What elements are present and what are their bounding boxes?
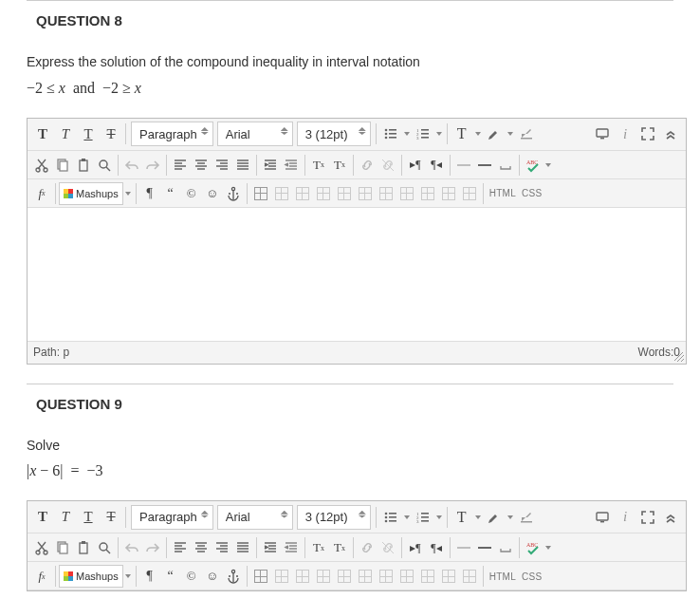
strike-button[interactable]: T bbox=[100, 122, 122, 146]
italic-button[interactable]: T bbox=[54, 505, 77, 530]
bullet-list-dropdown[interactable] bbox=[402, 132, 412, 136]
cut-button[interactable] bbox=[31, 536, 52, 559]
css-button[interactable]: CSS bbox=[519, 565, 544, 588]
paste-button[interactable] bbox=[73, 154, 94, 177]
mashups-dropdown[interactable] bbox=[123, 192, 133, 196]
underline-button[interactable]: T bbox=[77, 122, 100, 146]
html-button[interactable]: HTML bbox=[487, 182, 519, 205]
align-justify-button[interactable] bbox=[232, 154, 253, 177]
font-family-select[interactable]: Arial bbox=[217, 505, 293, 530]
link-button[interactable] bbox=[357, 154, 378, 177]
insert-col-left-button[interactable] bbox=[376, 565, 396, 588]
text-color-dropdown[interactable] bbox=[473, 515, 483, 519]
split-cells-button[interactable] bbox=[459, 182, 480, 205]
bullet-list-button[interactable] bbox=[379, 122, 402, 146]
align-right-button[interactable] bbox=[212, 154, 232, 177]
number-list-button[interactable]: 123 bbox=[412, 122, 434, 146]
spellcheck-dropdown[interactable] bbox=[543, 163, 553, 167]
highlight-dropdown[interactable] bbox=[506, 132, 515, 136]
ltr-button[interactable]: ▸¶ bbox=[405, 154, 426, 177]
strike-button[interactable]: T bbox=[100, 505, 122, 530]
insert-row-above-button[interactable] bbox=[313, 182, 334, 205]
collapse-toolbar-button[interactable] bbox=[659, 505, 682, 530]
italic-button[interactable]: T bbox=[54, 122, 77, 146]
insert-col-right-button[interactable] bbox=[396, 182, 417, 205]
split-cells-button[interactable] bbox=[459, 565, 480, 588]
mashups-button[interactable]: Mashups bbox=[59, 565, 123, 588]
collapse-toolbar-button[interactable] bbox=[659, 122, 682, 146]
undo-button[interactable] bbox=[121, 154, 142, 177]
indent-button[interactable] bbox=[260, 154, 281, 177]
spellcheck-button[interactable]: ABC bbox=[523, 536, 543, 559]
delete-row-button[interactable] bbox=[355, 182, 376, 205]
merge-cells-button[interactable] bbox=[438, 565, 459, 588]
bullet-list-dropdown[interactable] bbox=[402, 515, 412, 519]
formula-button[interactable]: fx bbox=[31, 182, 52, 205]
font-size-select[interactable]: 3 (12pt) bbox=[297, 122, 371, 146]
number-list-dropdown[interactable] bbox=[434, 132, 444, 136]
merge-cells-button[interactable] bbox=[438, 182, 459, 205]
insert-col-left-button[interactable] bbox=[376, 182, 396, 205]
superscript-button[interactable]: Tx bbox=[308, 154, 329, 177]
redo-button[interactable] bbox=[142, 536, 163, 559]
subscript-button[interactable]: Tx bbox=[329, 536, 350, 559]
superscript-button[interactable]: Tx bbox=[308, 536, 329, 559]
link-button[interactable] bbox=[357, 536, 378, 559]
paste-button[interactable] bbox=[73, 536, 94, 559]
redo-button[interactable] bbox=[142, 154, 163, 177]
delete-col-button[interactable] bbox=[417, 565, 438, 588]
undo-button[interactable] bbox=[121, 536, 142, 559]
find-button[interactable] bbox=[94, 536, 115, 559]
outdent-button[interactable] bbox=[281, 154, 302, 177]
spellcheck-dropdown[interactable] bbox=[543, 546, 553, 550]
insert-col-right-button[interactable] bbox=[396, 565, 417, 588]
delete-col-button[interactable] bbox=[417, 182, 438, 205]
editor-content[interactable] bbox=[28, 208, 686, 341]
cut-button[interactable] bbox=[31, 154, 52, 177]
align-left-button[interactable] bbox=[170, 536, 191, 559]
emoji-button[interactable]: ☺ bbox=[202, 182, 223, 205]
clear-format-button[interactable] bbox=[515, 122, 538, 146]
bold-button[interactable]: T bbox=[31, 505, 54, 530]
hr-thin-icon[interactable] bbox=[453, 154, 474, 177]
preview-button[interactable] bbox=[591, 122, 614, 146]
anchor-button[interactable] bbox=[223, 182, 244, 205]
highlight-button[interactable] bbox=[483, 122, 506, 146]
css-button[interactable]: CSS bbox=[519, 182, 544, 205]
delete-row-button[interactable] bbox=[355, 565, 376, 588]
align-right-button[interactable] bbox=[212, 536, 232, 559]
subscript-button[interactable]: Tx bbox=[329, 154, 350, 177]
hr-thin-icon[interactable] bbox=[453, 536, 474, 559]
symbol-copyright-button[interactable]: © bbox=[181, 182, 202, 205]
font-size-select[interactable]: 3 (12pt) bbox=[297, 505, 371, 530]
paragraph-select[interactable]: Paragraph bbox=[131, 505, 213, 530]
blockquote-button[interactable]: “ bbox=[160, 182, 181, 205]
symbol-copyright-button[interactable]: © bbox=[181, 565, 202, 588]
spellcheck-button[interactable]: ABC bbox=[523, 154, 543, 177]
number-list-dropdown[interactable] bbox=[434, 515, 444, 519]
fullscreen-button[interactable] bbox=[636, 122, 659, 146]
html-button[interactable]: HTML bbox=[487, 565, 519, 588]
text-color-button[interactable]: T bbox=[451, 122, 473, 146]
mashups-button[interactable]: Mashups bbox=[59, 182, 123, 205]
underline-button[interactable]: T bbox=[77, 505, 100, 530]
mashups-dropdown[interactable] bbox=[123, 574, 133, 578]
align-justify-button[interactable] bbox=[232, 536, 253, 559]
indent-button[interactable] bbox=[260, 536, 281, 559]
fullscreen-button[interactable] bbox=[636, 505, 659, 530]
text-color-dropdown[interactable] bbox=[473, 132, 483, 136]
find-button[interactable] bbox=[94, 154, 115, 177]
clear-format-button[interactable] bbox=[515, 505, 538, 530]
text-color-button[interactable]: T bbox=[451, 505, 473, 530]
blockquote-button[interactable]: “ bbox=[160, 565, 181, 588]
copy-button[interactable] bbox=[52, 154, 73, 177]
highlight-dropdown[interactable] bbox=[506, 515, 515, 519]
table-row-props-button[interactable] bbox=[271, 182, 292, 205]
bullet-list-button[interactable] bbox=[379, 505, 402, 530]
insert-row-above-button[interactable] bbox=[313, 565, 334, 588]
align-center-button[interactable] bbox=[191, 536, 212, 559]
formula-button[interactable]: fx bbox=[31, 565, 52, 588]
font-family-select[interactable]: Arial bbox=[217, 122, 293, 146]
insert-table-button[interactable] bbox=[250, 565, 271, 588]
insert-row-below-button[interactable] bbox=[334, 565, 355, 588]
